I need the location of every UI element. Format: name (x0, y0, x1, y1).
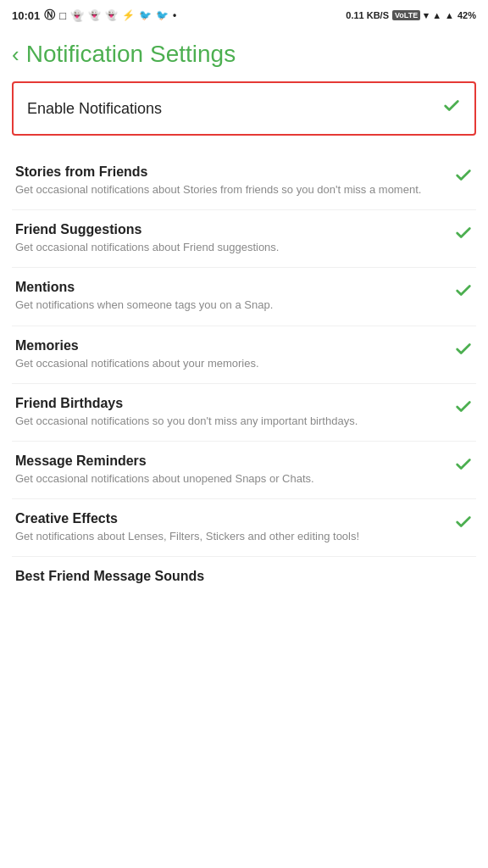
setting-title-3: Memories (15, 338, 435, 353)
setting-desc-2: Get notifications when someone tags you … (15, 298, 435, 313)
setting-title-2: Mentions (15, 280, 435, 295)
setting-desc-6: Get notifications about Lenses, Filters,… (15, 529, 435, 544)
setting-item-1[interactable]: Friend SuggestionsGet occasional notific… (12, 210, 476, 268)
status-left: 10:01 Ⓝ □ 👻 👻 👻 ⚡ 🐦 🐦 • (12, 8, 176, 23)
settings-list: Stories from FriendsGet occasional notif… (0, 153, 488, 598)
setting-title-4: Friend Birthdays (15, 396, 435, 411)
setting-item-2[interactable]: MentionsGet notifications when someone t… (12, 268, 476, 326)
signal-icon: ▲ (432, 10, 441, 20)
dot-icon: • (173, 9, 176, 21)
setting-title-0: Stories from Friends (15, 164, 435, 180)
setting-check-5 (449, 453, 473, 479)
back-button[interactable]: ‹ (12, 42, 19, 68)
setting-item-6[interactable]: Creative EffectsGet notifications about … (12, 499, 476, 557)
signal2-icon: ▲ (445, 10, 454, 20)
twitter1-icon: 🐦 (139, 9, 152, 21)
header: ‹ Notification Settings (0, 31, 488, 81)
setting-desc-3: Get occasional notifications about your … (15, 356, 435, 371)
twitter2-icon: 🐦 (156, 9, 169, 21)
page-title: Notification Settings (26, 41, 236, 68)
facebook-icon: Ⓝ (44, 8, 55, 23)
setting-title-1: Friend Suggestions (15, 222, 435, 237)
enable-notifications-label: Enable Notifications (27, 100, 162, 118)
setting-title-5: Message Reminders (15, 453, 435, 469)
setting-item-7[interactable]: Best Friend Message Sounds (12, 557, 476, 598)
battery: 42% (458, 10, 476, 20)
setting-item-0[interactable]: Stories from FriendsGet occasional notif… (12, 153, 476, 210)
setting-item-3[interactable]: MemoriesGet occasional notifications abo… (12, 326, 476, 384)
status-right: 0.11 KB/S VoLTE ▾ ▲ ▲ 42% (346, 10, 476, 21)
snap2-icon: 👻 (88, 9, 101, 21)
setting-item-5[interactable]: Message RemindersGet occasional notifica… (12, 442, 476, 499)
setting-title-6: Creative Effects (15, 511, 435, 526)
setting-check-6 (449, 511, 473, 537)
setting-check-4 (449, 396, 473, 421)
setting-title-7: Best Friend Message Sounds (15, 569, 435, 584)
instagram-icon: □ (59, 9, 66, 22)
snap3-icon: 👻 (105, 9, 118, 21)
status-time: 10:01 (12, 9, 40, 22)
wifi-icon: ▾ (424, 10, 429, 21)
snap1-icon: 👻 (70, 9, 84, 22)
setting-item-4[interactable]: Friend BirthdaysGet occasional notificat… (12, 384, 476, 442)
setting-check-1 (449, 222, 473, 248)
setting-check-3 (449, 338, 473, 364)
network-type: VoLTE (392, 10, 420, 20)
enable-notifications-check (442, 97, 461, 120)
setting-desc-5: Get occasional notifications about unope… (15, 471, 435, 487)
status-bar: 10:01 Ⓝ □ 👻 👻 👻 ⚡ 🐦 🐦 • 0.11 KB/S VoLTE … (0, 0, 488, 31)
setting-desc-0: Get occasional notifications about Stori… (15, 182, 435, 198)
enable-notifications-row[interactable]: Enable Notifications (12, 81, 476, 136)
data-speed: 0.11 KB/S (346, 10, 389, 20)
setting-check-2 (449, 280, 473, 305)
setting-desc-1: Get occasional notifications about Frien… (15, 240, 435, 255)
setting-check-0 (449, 164, 473, 190)
setting-desc-4: Get occasional notifications so you don'… (15, 414, 435, 429)
other-icon: ⚡ (122, 9, 135, 21)
setting-check-7 (449, 569, 473, 570)
